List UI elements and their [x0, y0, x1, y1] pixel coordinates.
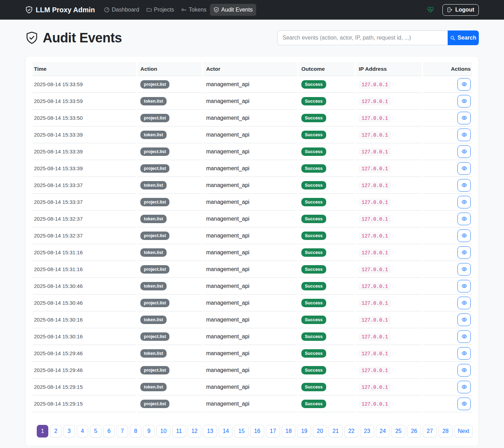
page-title-label: Audit Events — [43, 30, 122, 46]
view-event-button[interactable] — [457, 280, 471, 292]
cell-actions — [423, 295, 472, 311]
view-event-button[interactable] — [457, 381, 471, 393]
cell-time: 2025-08-14 15:33:39 — [33, 143, 136, 160]
cell-time: 2025-08-14 15:32:37 — [33, 227, 136, 244]
view-event-button[interactable] — [457, 196, 471, 208]
view-event-button[interactable] — [457, 297, 471, 309]
action-badge: token.list — [140, 282, 167, 290]
cell-actor: management_api — [203, 194, 297, 211]
page-button-8[interactable]: 8 — [130, 425, 141, 437]
page-button-1[interactable]: 1 — [37, 425, 48, 437]
page-button-2[interactable]: 2 — [50, 425, 62, 437]
view-event-button[interactable] — [457, 112, 471, 124]
cell-action: token.list — [138, 278, 202, 295]
eye-icon — [461, 350, 467, 356]
cell-outcome: Success — [299, 227, 355, 244]
next-page-button[interactable]: Next — [454, 425, 473, 437]
cell-time: 2025-08-14 15:31:16 — [33, 244, 136, 261]
cell-action: project.list — [138, 362, 202, 379]
nav-item-dashboard[interactable]: Dashboard — [100, 4, 142, 16]
view-event-button[interactable] — [457, 398, 471, 410]
eye-icon — [461, 333, 467, 339]
page-button-17[interactable]: 17 — [266, 425, 280, 437]
eye-icon — [461, 317, 467, 323]
cell-outcome: Success — [299, 211, 355, 227]
page-button-5[interactable]: 5 — [90, 425, 102, 437]
nav-item-audit-events[interactable]: Audit Events — [210, 4, 256, 16]
cell-outcome: Success — [299, 311, 355, 328]
table-row: 2025-08-14 15:33:39 token.list managemen… — [33, 126, 472, 143]
cell-actor: management_api — [203, 211, 297, 227]
view-event-button[interactable] — [457, 364, 471, 377]
page-button-15[interactable]: 15 — [234, 425, 248, 437]
page-button-16[interactable]: 16 — [250, 425, 264, 437]
action-badge: token.list — [140, 131, 167, 139]
view-event-button[interactable] — [457, 246, 471, 259]
nav-item-projects[interactable]: Projects — [143, 4, 178, 16]
audit-events-card: Time Action Actor Outcome IP Address Act… — [25, 56, 479, 446]
table-row: 2025-08-14 15:33:59 token.list managemen… — [33, 93, 472, 110]
shield-check-icon — [214, 7, 219, 13]
view-event-button[interactable] — [457, 229, 471, 242]
logout-label: Logout — [455, 7, 474, 13]
table-row: 2025-08-14 15:29:46 project.list managem… — [33, 362, 472, 379]
cell-ip: 127.0.0.1 — [356, 93, 422, 110]
page-button-22[interactable]: 22 — [344, 425, 358, 437]
view-event-button[interactable] — [457, 213, 471, 225]
cell-actions — [423, 227, 472, 244]
search-input[interactable] — [277, 30, 448, 45]
cell-ip: 127.0.0.1 — [356, 110, 422, 126]
cell-actor: management_api — [203, 395, 297, 412]
view-event-button[interactable] — [457, 347, 471, 360]
action-badge: project.list — [140, 400, 169, 408]
page-button-4[interactable]: 4 — [77, 425, 88, 437]
view-event-button[interactable] — [457, 313, 471, 326]
search-button[interactable]: Search — [448, 30, 479, 45]
brand-label: LLM Proxy Admin — [36, 6, 95, 14]
ip-address: 127.0.0.1 — [359, 350, 391, 358]
view-event-button[interactable] — [457, 263, 471, 276]
action-badge: project.list — [140, 80, 169, 89]
table-row: 2025-08-14 15:32:37 project.list managem… — [33, 227, 472, 244]
view-event-button[interactable] — [457, 179, 471, 192]
page-button-18[interactable]: 18 — [282, 425, 296, 437]
col-header-time: Time — [33, 62, 136, 76]
page-button-19[interactable]: 19 — [297, 425, 311, 437]
view-event-button[interactable] — [457, 78, 471, 91]
page-button-24[interactable]: 24 — [376, 425, 390, 437]
brand[interactable]: LLM Proxy Admin — [25, 6, 95, 14]
view-event-button[interactable] — [457, 129, 471, 141]
cell-outcome: Success — [299, 93, 355, 110]
view-event-button[interactable] — [457, 95, 471, 108]
page-button-23[interactable]: 23 — [360, 425, 374, 437]
page-button-28[interactable]: 28 — [439, 425, 453, 437]
page-button-12[interactable]: 12 — [188, 425, 202, 437]
page-button-7[interactable]: 7 — [117, 425, 128, 437]
page-button-6[interactable]: 6 — [103, 425, 115, 437]
cell-action: project.list — [138, 76, 202, 93]
outcome-badge: Success — [301, 97, 326, 105]
page-button-10[interactable]: 10 — [156, 425, 170, 437]
cell-outcome: Success — [299, 379, 355, 395]
page-button-11[interactable]: 11 — [172, 425, 186, 437]
page-button-13[interactable]: 13 — [203, 425, 217, 437]
page-button-9[interactable]: 9 — [143, 425, 155, 437]
nav-item-tokens[interactable]: Tokens — [177, 4, 210, 16]
view-event-button[interactable] — [457, 145, 471, 158]
page-button-3[interactable]: 3 — [63, 425, 75, 437]
search-icon — [450, 35, 455, 41]
page-button-21[interactable]: 21 — [329, 425, 343, 437]
page-button-27[interactable]: 27 — [423, 425, 437, 437]
page-button-25[interactable]: 25 — [391, 425, 405, 437]
nav-item-label: Dashboard — [112, 7, 139, 13]
logout-button[interactable]: Logout — [442, 4, 479, 16]
ip-address: 127.0.0.1 — [359, 232, 391, 240]
cell-action: token.list — [138, 211, 202, 227]
view-event-button[interactable] — [457, 162, 471, 175]
ip-address: 127.0.0.1 — [359, 384, 391, 391]
page-button-26[interactable]: 26 — [407, 425, 421, 437]
page-button-20[interactable]: 20 — [313, 425, 327, 437]
page-button-14[interactable]: 14 — [219, 425, 233, 437]
view-event-button[interactable] — [457, 330, 471, 343]
ip-address: 127.0.0.1 — [359, 81, 391, 89]
